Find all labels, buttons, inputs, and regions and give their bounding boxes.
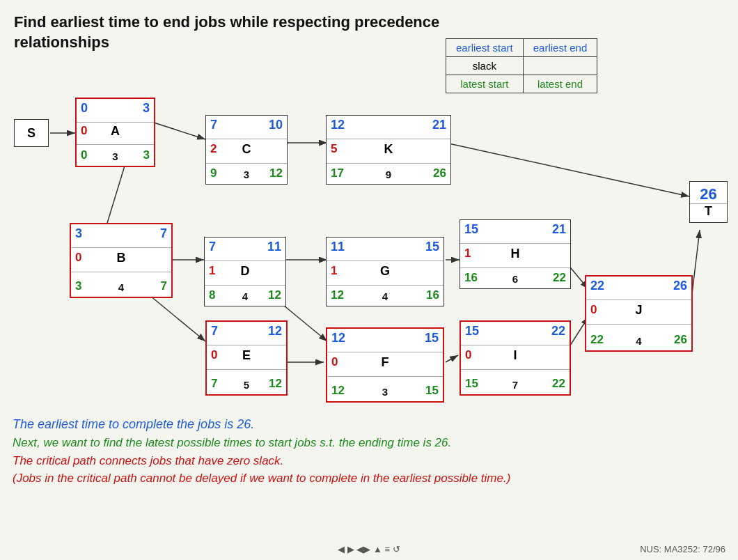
nodeA-top-left: 0 bbox=[81, 101, 88, 116]
bottom-line2: Next, we want to find the latest possibl… bbox=[13, 434, 510, 452]
nodeT-val: 26 bbox=[700, 185, 716, 203]
nodeA-bot-left: 0 bbox=[81, 148, 87, 162]
nav-icons[interactable]: ◀ ▶ ◀▶ ▲ ≡ ↺ bbox=[338, 544, 400, 554]
nodeC-bot-right: 12 bbox=[269, 166, 283, 180]
nodeD-mid-left: 1 bbox=[209, 264, 215, 278]
bottom-line3: The critical path connects jobs that hav… bbox=[13, 452, 510, 470]
nodeD-bot-right: 12 bbox=[268, 288, 281, 302]
nodeH-bot-right: 22 bbox=[553, 271, 566, 285]
page-title: Find earliest time to end jobs while res… bbox=[14, 13, 439, 52]
nodeK-label: K bbox=[384, 142, 393, 157]
nodeC-top-right: 10 bbox=[269, 118, 283, 132]
nodeA-top-right: 3 bbox=[143, 101, 150, 116]
nodeC-mid-left: 2 bbox=[210, 142, 217, 156]
node-H: 15 21 1 H 16 6 22 bbox=[460, 219, 571, 289]
nodeJ-mid-left: 0 bbox=[590, 303, 597, 317]
nodeI-mid-left: 0 bbox=[465, 348, 471, 362]
nodeK-bot-left: 17 bbox=[331, 166, 344, 180]
nodeB-mid-left: 0 bbox=[75, 251, 81, 265]
nodeE-mid-left: 0 bbox=[211, 348, 217, 362]
slide-number: NUS: MA3252: 72/96 bbox=[640, 544, 725, 554]
nodeE-bot-mid: 5 bbox=[244, 379, 249, 391]
nodeJ-label: J bbox=[635, 303, 642, 318]
nodeB-bot-left: 3 bbox=[75, 279, 81, 293]
nodeI-label: I bbox=[513, 348, 517, 363]
nodeF-bot-left: 12 bbox=[331, 384, 345, 398]
node-I: 15 22 0 I 15 7 22 bbox=[460, 320, 571, 396]
nodeI-bot-right: 22 bbox=[552, 377, 565, 391]
nodeB-label: B bbox=[117, 251, 126, 265]
nodeH-bot-left: 16 bbox=[464, 271, 478, 285]
nodeC-bot-left: 9 bbox=[210, 166, 217, 180]
node-S-label: S bbox=[27, 126, 36, 141]
nodeE-bot-right: 12 bbox=[269, 377, 282, 391]
nodeH-top-right: 21 bbox=[552, 222, 566, 237]
nodeK-top-left: 12 bbox=[331, 118, 345, 132]
nodeK-mid-left: 5 bbox=[331, 142, 337, 156]
nodeB-top-left: 3 bbox=[75, 226, 82, 241]
nodeK-top-right: 21 bbox=[432, 118, 446, 132]
nodeJ-bot-mid: 4 bbox=[636, 335, 641, 347]
nodeK-bot-mid: 9 bbox=[386, 169, 391, 180]
node-K: 12 21 5 K 17 9 26 bbox=[326, 115, 451, 185]
nodeD-bot-mid: 4 bbox=[242, 290, 248, 302]
nodeJ-bot-left: 22 bbox=[590, 333, 604, 347]
nodeB-top-right: 7 bbox=[160, 226, 167, 241]
nodeH-mid-left: 1 bbox=[464, 247, 471, 260]
nodeE-top-right: 12 bbox=[268, 324, 282, 339]
nodeF-bot-mid: 3 bbox=[382, 386, 388, 398]
nodeF-top-left: 12 bbox=[331, 331, 345, 345]
nodeA-bot-right: 3 bbox=[143, 148, 150, 162]
node-D: 7 11 1 D 8 4 12 bbox=[204, 237, 286, 306]
node-T: 26 T bbox=[689, 181, 728, 223]
nodeA-bot-mid: 3 bbox=[112, 150, 118, 162]
nodeG-bot-left: 12 bbox=[331, 288, 344, 302]
nodeF-label: F bbox=[382, 355, 389, 370]
nodeH-top-left: 15 bbox=[464, 222, 478, 237]
nodeD-top-right: 11 bbox=[267, 240, 281, 254]
node-J: 22 26 0 J 22 4 26 bbox=[585, 275, 693, 352]
nodeJ-top-left: 22 bbox=[590, 279, 604, 293]
nodeF-mid-left: 0 bbox=[331, 355, 338, 369]
legend-table: earliest start earliest end slack latest… bbox=[446, 38, 597, 93]
nodeJ-top-right: 26 bbox=[673, 279, 687, 293]
nodeJ-bot-right: 26 bbox=[674, 333, 687, 347]
nodeF-top-right: 15 bbox=[425, 331, 439, 345]
node-S: S bbox=[14, 119, 49, 147]
nodeG-top-right: 15 bbox=[425, 240, 439, 254]
svg-line-5 bbox=[146, 293, 205, 341]
nodeA-mid-left: 0 bbox=[81, 124, 87, 138]
nodeI-bot-left: 15 bbox=[465, 377, 478, 391]
svg-line-2 bbox=[152, 122, 205, 139]
nodeD-top-left: 7 bbox=[209, 240, 216, 254]
node-B: 3 7 0 B 3 4 7 bbox=[70, 223, 173, 298]
nodeI-top-right: 22 bbox=[551, 324, 565, 339]
svg-line-10 bbox=[446, 143, 689, 196]
nodeC-top-left: 7 bbox=[210, 118, 217, 132]
bottom-line1: The earliest time to complete the jobs i… bbox=[13, 415, 510, 434]
nodeD-label: D bbox=[241, 264, 250, 279]
nodeG-label: G bbox=[380, 264, 390, 279]
node-C: 7 10 2 C 9 3 12 bbox=[205, 115, 288, 185]
nodeI-top-left: 15 bbox=[465, 324, 479, 339]
nodeB-bot-mid: 4 bbox=[118, 281, 124, 293]
nodeG-top-left: 11 bbox=[331, 240, 345, 254]
nodeH-label: H bbox=[511, 247, 520, 261]
nodeF-bot-right: 15 bbox=[425, 384, 439, 398]
nodeI-bot-mid: 7 bbox=[512, 379, 518, 391]
nodeK-bot-right: 26 bbox=[433, 166, 446, 180]
node-F: 12 15 0 F 12 3 15 bbox=[326, 327, 444, 403]
nodeE-bot-left: 7 bbox=[211, 377, 217, 391]
nodeG-bot-mid: 4 bbox=[382, 290, 388, 302]
nodeH-bot-mid: 6 bbox=[512, 273, 518, 285]
node-A: 0 3 0 A 0 3 3 bbox=[75, 98, 155, 167]
nodeG-bot-right: 16 bbox=[426, 288, 439, 302]
nodeC-bot-mid: 3 bbox=[244, 169, 249, 180]
nodeA-label: A bbox=[111, 124, 120, 139]
nodeE-top-left: 7 bbox=[211, 324, 218, 339]
node-G: 11 15 1 G 12 4 16 bbox=[326, 237, 444, 306]
svg-line-12 bbox=[446, 355, 458, 362]
bottom-text-area: The earliest time to complete the jobs i… bbox=[13, 415, 510, 488]
nodeG-mid-left: 1 bbox=[331, 264, 337, 278]
nodeD-bot-left: 8 bbox=[209, 288, 215, 302]
